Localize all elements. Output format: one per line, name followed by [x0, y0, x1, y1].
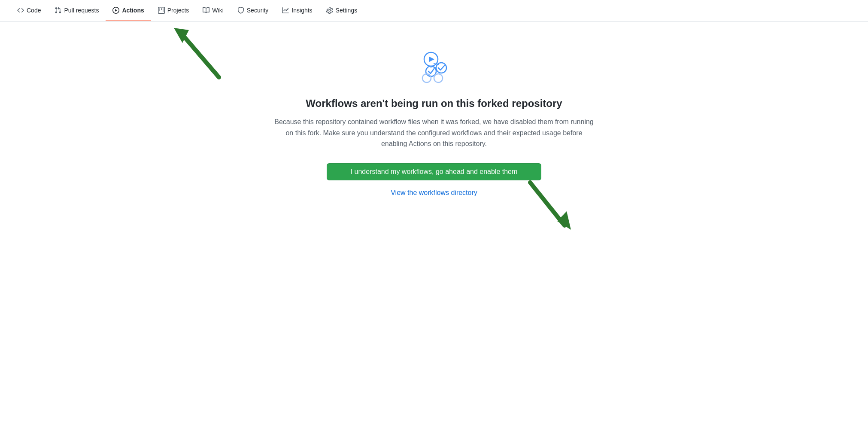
settings-icon [326, 7, 333, 14]
projects-icon [158, 7, 165, 14]
nav-item-projects[interactable]: Projects [151, 1, 196, 21]
nav-projects-label: Projects [167, 7, 189, 14]
nav-code-label: Code [27, 7, 41, 14]
svg-point-7 [434, 74, 443, 82]
workflow-empty-state-icon [415, 47, 453, 86]
view-link-row: View the workflows directory [391, 189, 477, 197]
code-icon [17, 7, 24, 14]
svg-marker-3 [429, 57, 434, 62]
insights-icon [282, 7, 289, 14]
nav-item-actions[interactable]: Actions [106, 1, 151, 21]
nav-item-wiki[interactable]: Wiki [196, 1, 230, 21]
enable-workflows-button[interactable]: I understand my workflows, go ahead and … [327, 163, 541, 180]
security-icon [237, 7, 244, 14]
main-title: Workflows aren't being run on this forke… [306, 97, 562, 110]
nav-item-security[interactable]: Security [231, 1, 276, 21]
nav-pull-requests-label: Pull requests [64, 7, 99, 14]
view-workflows-directory-link[interactable]: View the workflows directory [391, 189, 477, 197]
arrow-bottom-annotation [528, 180, 580, 233]
nav-item-insights[interactable]: Insights [275, 1, 319, 21]
nav-actions-label: Actions [122, 7, 144, 14]
pull-request-icon [55, 7, 61, 14]
nav-item-code[interactable]: Code [10, 1, 48, 21]
nav-item-pull-requests[interactable]: Pull requests [48, 1, 106, 21]
main-description: Because this repository contained workfl… [273, 116, 595, 149]
svg-point-6 [422, 74, 431, 82]
nav-settings-label: Settings [336, 7, 358, 14]
wiki-icon [203, 7, 209, 14]
nav-wiki-label: Wiki [212, 7, 223, 14]
nav-insights-label: Insights [291, 7, 312, 14]
svg-line-0 [180, 32, 219, 77]
workflow-icon-container [415, 47, 453, 87]
actions-play-icon [112, 7, 119, 14]
nav-security-label: Security [247, 7, 269, 14]
nav-item-settings[interactable]: Settings [319, 1, 364, 21]
nav-bar: Code Pull requests Actions Projects [0, 0, 868, 21]
arrow-top-annotation [167, 26, 223, 83]
main-content: Workflows aren't being run on this forke… [0, 21, 868, 432]
